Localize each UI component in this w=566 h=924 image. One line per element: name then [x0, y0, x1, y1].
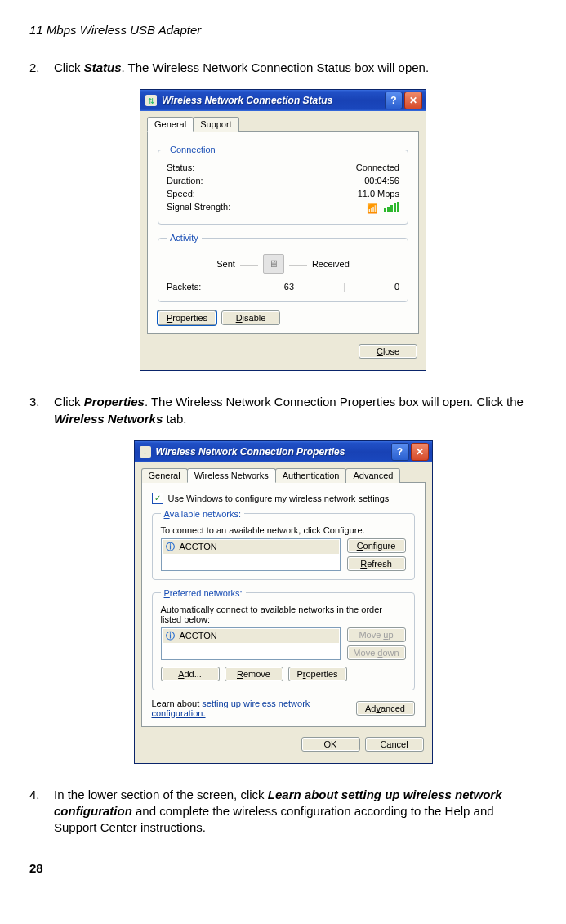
use-windows-checkbox[interactable]: ✓ Use Windows to configure my wireless n…: [152, 493, 415, 504]
properties-dialog: ↓ Wireless Network Connection Properties…: [134, 440, 433, 764]
tab-wireless-networks[interactable]: Wireless Networks: [187, 468, 276, 483]
step-4-num: 4.: [29, 787, 54, 803]
status-title: Wireless Network Connection Status: [162, 95, 383, 106]
help-button[interactable]: ?: [385, 92, 403, 109]
list-item[interactable]: ⓘ ACCTON: [163, 629, 339, 643]
step-3: 3. Click Properties. The Wireless Networ…: [29, 394, 537, 427]
preferred-legend: Preferred networks:: [161, 588, 246, 598]
activity-icon: 🖥: [263, 254, 284, 274]
tab-support[interactable]: Support: [193, 117, 239, 132]
step-3-em2: Wireless Networks: [54, 412, 163, 426]
tab-general[interactable]: General: [141, 468, 188, 483]
close-button[interactable]: ✕: [404, 92, 422, 109]
step-4-text: In the lower section of the screen, clic…: [54, 787, 537, 837]
tab-authentication[interactable]: Authentication: [275, 468, 347, 483]
use-windows-label: Use Windows to configure my wireless net…: [168, 493, 390, 503]
step-3-post: tab.: [163, 412, 186, 426]
available-legend: Available networks:: [161, 509, 245, 519]
help-button[interactable]: ?: [391, 443, 409, 461]
learn-pre: Learn about: [152, 699, 203, 708]
step-2-pre: Click: [54, 60, 84, 74]
remove-button[interactable]: Remove: [225, 667, 283, 681]
props-pane: ✓ Use Windows to configure my wireless n…: [141, 482, 426, 727]
status-tabs: General Support: [140, 111, 426, 131]
status-titlebar[interactable]: ⇅ Wireless Network Connection Status ? ✕: [140, 90, 426, 111]
page-number: 28: [29, 861, 537, 875]
available-listbox[interactable]: ⓘ ACCTON: [161, 538, 341, 571]
connection-group: Connection Status:Connected Duration:00:…: [158, 145, 408, 225]
available-networks-group: Available networks: To connect to an ava…: [152, 509, 415, 580]
sent-label: Sent: [216, 259, 235, 269]
status-label: Status:: [167, 163, 194, 172]
disable-button[interactable]: Disable: [221, 310, 280, 325]
status-dialog: ⇅ Wireless Network Connection Status ? ✕…: [140, 89, 426, 371]
close-button[interactable]: ✕: [411, 443, 429, 461]
step-3-num: 3.: [29, 394, 54, 410]
step-2: 2. Click Status. The Wireless Network Co…: [29, 60, 537, 76]
configure-button[interactable]: Configure: [347, 538, 406, 553]
wifi-icon: ⓘ: [166, 541, 175, 553]
list-item[interactable]: ⓘ ACCTON: [163, 540, 339, 554]
close-dialog-button[interactable]: Close: [359, 344, 417, 359]
move-up-button[interactable]: Move up: [347, 627, 406, 642]
received-label: Received: [312, 259, 350, 269]
preferred-networks-group: Preferred networks: Automatically connec…: [152, 588, 415, 690]
received-value: 0: [394, 282, 399, 292]
duration-value: 00:04:56: [364, 176, 399, 185]
tab-advanced[interactable]: Advanced: [345, 468, 400, 483]
doc-header: 11 Mbps Wireless USB Adapter: [29, 23, 537, 37]
preferred-desc: Automatically connect to available netwo…: [161, 605, 406, 624]
step-4: 4. In the lower section of the screen, c…: [29, 787, 537, 837]
status-pane: Connection Status:Connected Duration:00:…: [147, 131, 419, 334]
duration-label: Duration:: [167, 176, 203, 185]
props-title: Wireless Network Connection Properties: [156, 446, 390, 458]
move-down-button[interactable]: Move down: [347, 645, 406, 660]
ok-button[interactable]: OK: [301, 737, 360, 752]
refresh-button[interactable]: Refresh: [347, 556, 406, 571]
available-item: ACCTON: [180, 542, 217, 551]
step-2-em: Status: [84, 60, 122, 74]
add-button[interactable]: Add...: [161, 667, 220, 681]
step-3-text: Click Properties. The Wireless Network C…: [54, 394, 537, 427]
props-titlebar[interactable]: ↓ Wireless Network Connection Properties…: [135, 441, 432, 462]
speed-value: 11.0 Mbps: [358, 189, 399, 199]
props-tabs: General Wireless Networks Authentication…: [135, 462, 432, 482]
status-value: Connected: [356, 163, 399, 172]
step-2-post: . The Wireless Network Connection Status…: [122, 60, 430, 74]
wifi-icon: ⓘ: [166, 630, 175, 642]
step-4-pre: In the lower section of the screen, clic…: [54, 788, 268, 801]
activity-group: Activity Sent —— 🖥 —— Received Packets:: [158, 233, 408, 302]
packets-label: Packets:: [167, 282, 201, 292]
preferred-listbox[interactable]: ⓘ ACCTON: [161, 627, 341, 660]
connection-legend: Connection: [167, 145, 219, 154]
cancel-button[interactable]: Cancel: [365, 737, 424, 752]
network-properties-button[interactable]: Properties: [288, 667, 347, 681]
sent-value: 63: [284, 282, 294, 292]
step-2-text: Click Status. The Wireless Network Conne…: [54, 60, 429, 76]
speed-label: Speed:: [167, 189, 195, 199]
activity-legend: Activity: [167, 233, 202, 243]
available-desc: To connect to an available network, clic…: [161, 525, 406, 535]
step-2-num: 2.: [29, 60, 54, 76]
tab-general[interactable]: General: [147, 117, 194, 132]
signal-strength-icon: 📶: [367, 202, 399, 214]
preferred-item: ACCTON: [180, 631, 217, 641]
step-3-em1: Properties: [84, 395, 145, 408]
checkbox-icon: ✓: [152, 493, 163, 504]
step-3-pre: Click: [54, 395, 84, 408]
signal-label: Signal Strength:: [167, 202, 230, 214]
wireless-icon: ⇅: [145, 95, 157, 106]
advanced-button[interactable]: Advanced: [356, 701, 415, 716]
step-3-mid: . The Wireless Network Connection Proper…: [145, 395, 524, 408]
properties-button[interactable]: Properties: [158, 310, 216, 325]
wireless-icon: ↓: [140, 446, 151, 458]
